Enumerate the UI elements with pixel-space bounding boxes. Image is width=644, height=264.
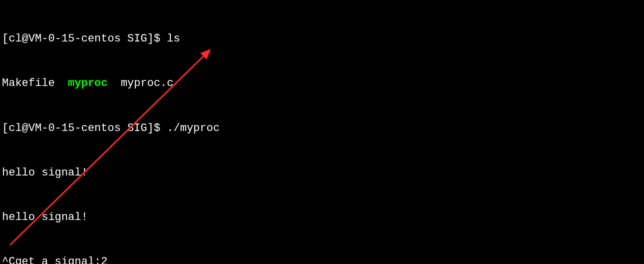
file-makefile: Makefile <box>2 77 68 90</box>
output-line: hello signal! <box>2 166 642 180</box>
file-myproc-executable: myproc <box>68 77 107 90</box>
prompt-text: [cl@VM-0-15-centos SIG]$ <box>2 122 167 134</box>
output-line: hello signal! <box>2 210 642 225</box>
command-text: ls <box>167 32 180 45</box>
prompt-text: [cl@VM-0-15-centos SIG]$ <box>2 32 167 45</box>
ls-output-line: Makefile myproc myproc.c <box>2 76 642 91</box>
prompt-line-2: [cl@VM-0-15-centos SIG]$ ./myproc <box>2 121 642 136</box>
command-text: ./myproc <box>167 122 220 134</box>
terminal-window[interactable]: [cl@VM-0-15-centos SIG]$ ls Makefile myp… <box>0 0 644 264</box>
file-myproc-c: myproc.c <box>107 77 173 90</box>
prompt-line-1: [cl@VM-0-15-centos SIG]$ ls <box>2 32 642 46</box>
output-line: ^Cget a signal:2 <box>2 254 642 264</box>
